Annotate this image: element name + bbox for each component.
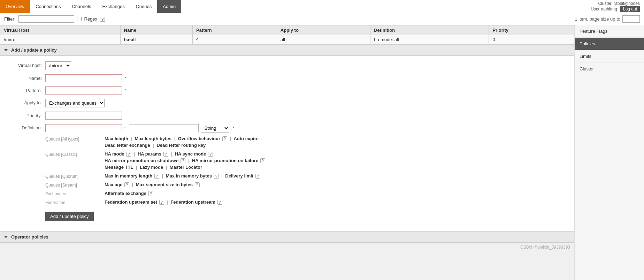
tab-exchanges[interactable]: Exchanges bbox=[97, 0, 130, 13]
link-federation-upstream-set[interactable]: Federation upstream set bbox=[105, 199, 157, 205]
link-ha-params[interactable]: HA params bbox=[138, 151, 161, 157]
overflow-help-icon[interactable]: ? bbox=[222, 136, 227, 141]
alt-exchange-help-icon[interactable]: ? bbox=[148, 191, 153, 196]
link-lazy-mode[interactable]: Lazy mode bbox=[140, 165, 163, 170]
link-auto-expire[interactable]: Auto expire bbox=[233, 136, 259, 141]
link-delivery-limit[interactable]: Delivery limit bbox=[225, 173, 253, 179]
operator-policies-header[interactable]: Operator policies bbox=[0, 231, 574, 243]
col-name: Name bbox=[120, 25, 192, 35]
filter-input[interactable] bbox=[18, 15, 74, 23]
link-ha-mirror-failure[interactable]: HA mirror promotion on failure bbox=[192, 158, 258, 163]
priority-row: Priority: bbox=[7, 112, 567, 120]
ha-params-help-icon[interactable]: ? bbox=[163, 152, 168, 157]
delivery-limit-help-icon[interactable]: ? bbox=[255, 174, 260, 179]
help-row-1: Max length | Max length bytes | Overflow… bbox=[105, 136, 567, 141]
regex-checkbox[interactable] bbox=[77, 17, 82, 21]
link-dead-letter-exchange[interactable]: Dead letter exchange bbox=[105, 143, 150, 148]
sidebar-item-cluster[interactable]: Cluster bbox=[575, 63, 644, 75]
help-row-9: Federation upstream set ? | Federation u… bbox=[105, 199, 567, 205]
link-max-segment-size[interactable]: Max segment size in bytes bbox=[136, 182, 193, 187]
link-dead-letter-routing-key[interactable]: Dead letter routing key bbox=[156, 143, 206, 148]
link-master-locator[interactable]: Master Locator bbox=[170, 165, 202, 170]
logout-button[interactable]: Log out bbox=[620, 6, 640, 12]
collapse-icon bbox=[4, 49, 8, 51]
help-regex-icon[interactable]: ? bbox=[100, 17, 105, 22]
definition-required: * bbox=[233, 126, 235, 131]
link-overflow-behaviour[interactable]: Overflow behaviour bbox=[178, 136, 220, 141]
help-queues-all: Queues [All types] Max length | Max leng… bbox=[45, 136, 567, 149]
definition-inputs: = String Number Boolean List * bbox=[45, 124, 567, 133]
priority-input[interactable] bbox=[45, 112, 122, 120]
help-row-5: Message TTL | Lazy mode | Master Locator bbox=[105, 165, 567, 170]
link-ha-sync-mode[interactable]: HA sync mode bbox=[175, 151, 206, 157]
federation-set-help-icon[interactable]: ? bbox=[159, 200, 164, 205]
max-age-help-icon[interactable]: ? bbox=[124, 182, 129, 187]
virtual-host-select[interactable]: /mirror / default bbox=[45, 61, 71, 70]
cell-apply-to: all bbox=[277, 35, 370, 44]
sidebar-item-feature-flags[interactable]: Feature Flags bbox=[575, 25, 644, 38]
help-queues-stream-label: Queues [Stream] bbox=[45, 182, 105, 188]
definition-key-input[interactable] bbox=[45, 124, 122, 132]
link-message-ttl[interactable]: Message TTL bbox=[105, 165, 133, 170]
ha-mode-help-icon[interactable]: ? bbox=[126, 152, 131, 157]
priority-control bbox=[45, 112, 567, 120]
page-size-input[interactable]: 100 bbox=[622, 15, 640, 23]
filter-bar: Filter: Regex ? 1 item, page size up to … bbox=[0, 13, 644, 25]
max-memory-length-help-icon[interactable]: ? bbox=[154, 174, 159, 179]
pattern-input[interactable] bbox=[45, 86, 122, 94]
help-row-2: Dead letter exchange | Dead letter routi… bbox=[105, 143, 567, 148]
cell-pattern: ^ bbox=[192, 35, 277, 44]
name-required: * bbox=[125, 76, 127, 81]
link-federation-upstream[interactable]: Federation upstream bbox=[170, 199, 215, 205]
cell-definition: ha-mode: all bbox=[370, 35, 489, 44]
top-right-info: Cluster: rabbit@nodes User rabbitmq Log … bbox=[586, 0, 644, 14]
page-info-text: 1 item, page size up to bbox=[575, 16, 620, 22]
ha-mirror-failure-help-icon[interactable]: ? bbox=[260, 158, 265, 163]
apply-to-row: Apply to: Exchanges and queues Exchanges… bbox=[7, 99, 567, 107]
link-alternate-exchange[interactable]: Alternate exchange bbox=[105, 191, 146, 196]
help-exchanges-links: Alternate exchange ? bbox=[105, 191, 567, 197]
tab-queues[interactable]: Queues bbox=[130, 0, 158, 13]
tab-channels[interactable]: Channels bbox=[66, 0, 97, 13]
top-navigation: Overview Connections Channels Exchanges … bbox=[0, 0, 644, 13]
definition-row: Definition: = String Number Boolean List… bbox=[7, 124, 567, 221]
link-ha-mirror-shutdown[interactable]: HA mirror promotion on shutdown bbox=[105, 158, 179, 163]
tab-admin[interactable]: Admin bbox=[157, 0, 181, 13]
virtual-host-label: Virtual host: bbox=[7, 61, 45, 68]
link-max-age[interactable]: Max age bbox=[105, 182, 122, 187]
definition-type-select[interactable]: String Number Boolean List bbox=[201, 124, 229, 133]
sidebar-item-limits[interactable]: Limits bbox=[575, 50, 644, 63]
link-max-in-memory-bytes[interactable]: Max in memory bytes bbox=[166, 173, 212, 179]
link-ha-mode[interactable]: HA mode bbox=[105, 151, 124, 157]
add-policy-section-header[interactable]: Add / update a policy bbox=[0, 44, 574, 56]
help-federation: Federation Federation upstream set ? | F… bbox=[45, 199, 567, 206]
link-max-length-bytes[interactable]: Max length bytes bbox=[135, 136, 171, 141]
sidebar-item-policies[interactable]: Policies bbox=[575, 38, 644, 50]
apply-to-control: Exchanges and queues Exchanges Queues bbox=[45, 99, 567, 107]
max-memory-bytes-help-icon[interactable]: ? bbox=[214, 174, 219, 179]
federation-help-icon[interactable]: ? bbox=[217, 200, 222, 205]
add-update-policy-button[interactable]: Add / update policy bbox=[45, 212, 94, 221]
ha-mirror-shutdown-help-icon[interactable]: ? bbox=[181, 158, 185, 163]
link-max-in-memory-length[interactable]: Max in memory length bbox=[105, 173, 152, 179]
apply-to-select[interactable]: Exchanges and queues Exchanges Queues bbox=[45, 99, 105, 107]
user-label: User rabbitmq bbox=[591, 7, 617, 12]
definition-value-input[interactable] bbox=[129, 124, 199, 132]
name-input[interactable] bbox=[45, 74, 122, 82]
pattern-label: Pattern: bbox=[7, 86, 45, 93]
ha-sync-help-icon[interactable]: ? bbox=[208, 152, 213, 157]
table-row: /mirror ha-all ^ all ha-mode: all 0 bbox=[0, 35, 574, 44]
help-queues-classic-label: Queues [Classic] bbox=[45, 151, 105, 157]
col-priority: Priority bbox=[489, 25, 574, 35]
col-definition: Definition bbox=[370, 25, 489, 35]
virtual-host-row: Virtual host: /mirror / default bbox=[7, 61, 567, 70]
regex-label: Regex bbox=[84, 16, 98, 22]
help-exchanges-label: Exchanges bbox=[45, 191, 105, 196]
help-row-6: Max in memory length ? | Max in memory b… bbox=[105, 173, 567, 179]
tab-overview[interactable]: Overview bbox=[0, 0, 30, 13]
help-row-8: Alternate exchange ? bbox=[105, 191, 567, 196]
max-segment-help-icon[interactable]: ? bbox=[195, 182, 200, 187]
link-max-length[interactable]: Max length bbox=[105, 136, 128, 141]
tab-connections[interactable]: Connections bbox=[30, 0, 66, 13]
help-exchanges: Exchanges Alternate exchange ? bbox=[45, 191, 567, 197]
